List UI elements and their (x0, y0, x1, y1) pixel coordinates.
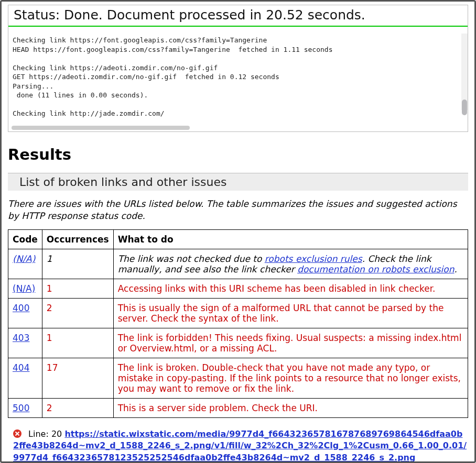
what-cell: This is usually the sign of a malformed … (113, 298, 468, 328)
horizontal-scroll-thumb[interactable] (12, 126, 190, 130)
vertical-scrollbar[interactable] (461, 34, 468, 110)
table-row: 4002This is usually the sign of a malfor… (8, 298, 468, 328)
app-frame: Status: Done. Document processed in 20.5… (0, 0, 476, 463)
log-output: Checking link https://font.googleapis.co… (8, 34, 468, 117)
col-occurrences: Occurrences (42, 229, 113, 249)
table-row: 4031The link is forbidden! This needs fi… (8, 328, 468, 358)
robots-rules-link[interactable]: robots exclusion rules (265, 253, 362, 264)
robots-doc-link[interactable]: documentation on robots exclusion (297, 264, 454, 274)
error-icon (13, 429, 21, 438)
code-link[interactable]: (N/A) (13, 283, 35, 294)
what-cell: The link is broken. Double-check that yo… (113, 358, 468, 398)
occurrences-cell: 17 (42, 358, 113, 398)
table-row: (N/A)1Accessing links with this URI sche… (8, 279, 468, 298)
line-label: Line: (28, 429, 49, 439)
code-link[interactable]: 500 (13, 403, 29, 413)
code-link[interactable]: 404 (13, 362, 29, 373)
intro-text: There are issues with the URLs listed be… (8, 198, 468, 222)
vertical-scroll-thumb[interactable] (462, 100, 467, 115)
col-code: Code (8, 229, 42, 249)
code-link[interactable]: 403 (13, 333, 29, 343)
table-row: (N/A)1The link was not checked due to ro… (8, 249, 468, 279)
occurrences-cell: 2 (42, 298, 113, 328)
line-number: 20 (51, 429, 62, 439)
table-row: 40417The link is broken. Double-check th… (8, 358, 468, 398)
occurrences-cell: 1 (42, 249, 113, 279)
issue-url-link[interactable]: https://static.wixstatic.com/media/9977d… (13, 429, 467, 461)
log-wrap: Checking link https://font.googleapis.co… (8, 34, 468, 117)
occurrences-cell: 1 (42, 279, 113, 298)
table-row: 5002This is a server side problem. Check… (8, 398, 468, 417)
section-header: List of broken links and other issues (8, 173, 468, 191)
issue-detail: Line: 20 https://static.wixstatic.com/me… (8, 428, 468, 461)
issues-table: Code Occurrences What to do (N/A)1The li… (8, 229, 468, 418)
what-cell: This is a server side problem. Check the… (113, 398, 468, 417)
occurrences-cell: 1 (42, 328, 113, 358)
horizontal-scrollbar[interactable] (8, 124, 468, 131)
code-link[interactable]: 400 (13, 303, 29, 313)
col-what: What to do (113, 229, 468, 249)
status-box: Status: Done. Document processed in 20.5… (8, 5, 468, 132)
what-cell: Accessing links with this URI scheme has… (113, 279, 468, 298)
content-area: Status: Done. Document processed in 20.5… (2, 2, 474, 461)
what-cell: The link is forbidden! This needs fixing… (113, 328, 468, 358)
code-link[interactable]: (N/A) (13, 253, 35, 264)
occurrences-cell: 2 (42, 398, 113, 417)
status-title: Status: Done. Document processed in 20.5… (8, 5, 468, 27)
what-cell: The link was not checked due to robots e… (113, 249, 468, 279)
results-heading: Results (8, 146, 468, 163)
table-header-row: Code Occurrences What to do (8, 229, 468, 249)
